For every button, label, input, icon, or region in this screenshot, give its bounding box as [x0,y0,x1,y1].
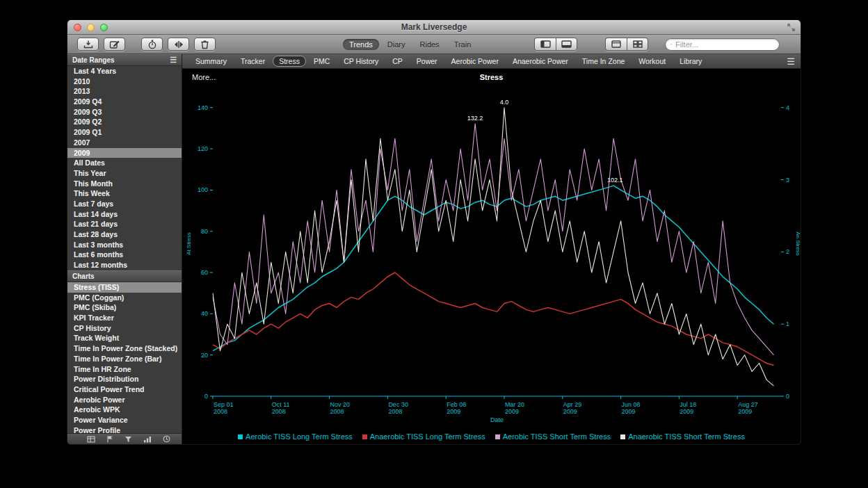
tab-power[interactable]: Power [410,56,444,67]
compose-icon [109,40,120,49]
chart-list-item-critical-power-trend[interactable]: Critical Power Trend [67,384,182,395]
filter-input[interactable] [675,40,774,49]
date-range-item-this-month[interactable]: This Month [67,179,182,189]
chart-list-item-aerobic-power[interactable]: Aerobic Power [67,395,182,405]
chart-list-item-pmc-skiba[interactable]: PMC (Skiba) [67,302,182,313]
legend-label: Aerobic TISS Long Term Stress [246,432,353,441]
svg-text:2008: 2008 [272,408,286,415]
chart-list-item-time-in-power-zone-bar[interactable]: Time In Power Zone (Bar) [67,354,182,364]
chart-list-item-aerobic-wpk[interactable]: Aerobic WPK [67,405,182,415]
view-tab-trends[interactable]: Trends [343,39,379,50]
toggle-lowbar-button[interactable] [556,38,577,51]
chart-list-item-time-in-power-zone-stacked[interactable]: Time In Power Zone (Stacked) [67,343,182,354]
funnel-icon[interactable] [124,436,132,443]
view-tab-rides[interactable]: Rides [414,39,446,50]
chart-list-item-cp-history[interactable]: CP History [67,323,182,334]
charts-header-label: Charts [72,273,95,280]
toggle-sidebar-button[interactable] [534,38,556,51]
chart-tab-bar: SummaryTrackerStressPMCCP HistoryCPPower… [182,54,801,69]
date-range-item-last-14-days[interactable]: Last 14 days [67,209,182,220]
tiled-view-button[interactable] [627,38,648,51]
date-range-item-all-dates[interactable]: All Dates [67,158,182,168]
traffic-lights [74,24,108,31]
svg-text:4: 4 [786,104,789,111]
tab-aerobic-power[interactable]: Aerobic Power [445,56,505,67]
date-range-item-this-week[interactable]: This Week [67,188,182,199]
chart-list-item-pmc-coggan[interactable]: PMC (Coggan) [67,293,182,303]
chart-list-item-power-variance[interactable]: Power Variance [67,415,182,425]
app-window: Mark Liversedge [67,19,801,445]
stress-chart: Sep 012008Oct 112008Nov 202008Dec 302008… [182,84,801,428]
svg-text:0: 0 [786,393,789,400]
tab-cp-history[interactable]: CP History [337,56,385,67]
tab-pmc[interactable]: PMC [307,56,336,67]
svg-text:2009: 2009 [738,408,752,415]
date-range-item-2010[interactable]: 2010 [67,76,182,87]
date-range-item-2009-q4[interactable]: 2009 Q4 [67,97,182,107]
intervals-button[interactable] [168,38,189,51]
main-toolbar: TrendsDiaryRidesTrain [67,35,801,54]
download-icon [83,40,94,49]
table-icon[interactable] [87,436,95,443]
svg-text:0: 0 [204,393,208,400]
tab-anaerobic-power[interactable]: Anaerobic Power [506,56,574,67]
date-range-item-last-28-days[interactable]: Last 28 days [67,229,182,240]
tab-cp[interactable]: CP [386,56,409,67]
date-range-item-last-12-months[interactable]: Last 12 months [67,260,182,270]
chart-list-item-power-distribution[interactable]: Power Distribution [67,374,182,384]
tab-stress[interactable]: Stress [273,56,306,67]
sidebar: Date Ranges ☰ Last 4 Years201020132009 Q… [67,54,182,444]
title-bar[interactable]: Mark Liversedge [67,20,801,35]
chart-title: Stress [182,73,801,81]
legend-swatch [238,434,243,439]
fullscreen-icon[interactable] [787,24,795,31]
date-range-item-this-year[interactable]: This Year [67,168,182,179]
zoom-button[interactable] [100,24,108,31]
chart-list-item-stress-tiss[interactable]: Stress (TISS) [67,282,182,293]
tab-library[interactable]: Library [673,56,708,67]
chart-list-item-track-weight[interactable]: Track Weight [67,333,182,343]
delete-button[interactable] [194,38,216,51]
view-tab-train[interactable]: Train [448,39,478,50]
sidebar-left-icon [540,40,551,48]
minimize-button[interactable] [87,24,95,31]
date-ranges-header[interactable]: Date Ranges ☰ [67,54,182,66]
date-range-item-2009-q3[interactable]: 2009 Q3 [67,107,182,117]
tabbed-view-icon [611,40,621,48]
date-range-item-2007[interactable]: 2007 [67,138,182,148]
date-range-item-2009-q1[interactable]: 2009 Q1 [67,127,182,138]
svg-text:4.0: 4.0 [500,99,509,106]
date-ranges-menu-icon[interactable]: ☰ [170,56,177,65]
svg-text:102.1: 102.1 [607,177,623,184]
bar-chart-icon[interactable] [143,436,152,443]
compose-button[interactable] [104,38,125,51]
date-range-item-last-7-days[interactable]: Last 7 days [67,199,182,209]
tabbed-view-button[interactable] [605,38,627,51]
svg-text:100: 100 [198,186,208,193]
tiled-view-icon [633,40,643,48]
close-button[interactable] [74,24,81,31]
stopwatch-button[interactable] [141,38,163,51]
date-range-item-last-4-years[interactable]: Last 4 Years [67,66,182,76]
tab-summary[interactable]: Summary [189,56,233,67]
date-range-item-2013[interactable]: 2013 [67,86,182,97]
tab-workout[interactable]: Workout [632,56,672,67]
flag-icon[interactable] [106,435,113,443]
chart-list-item-kpi-tracker[interactable]: KPI Tracker [67,313,182,323]
tab-tracker[interactable]: Tracker [234,56,271,67]
view-tab-diary[interactable]: Diary [381,39,412,50]
date-range-item-last-21-days[interactable]: Last 21 days [67,219,182,229]
tab-time-in-zone[interactable]: Time In Zone [576,56,631,67]
download-button[interactable] [77,38,99,51]
svg-text:Oct 11: Oct 11 [272,401,290,408]
date-range-item-2009-q2[interactable]: 2009 Q2 [67,117,182,127]
chart-list-item-time-in-hr-zone[interactable]: Time In HR Zone [67,364,182,375]
legend-swatch [620,434,625,439]
date-range-item-last-3-months[interactable]: Last 3 months [67,240,182,250]
date-range-item-2009[interactable]: 2009 [67,148,182,158]
tabbar-menu-icon[interactable]: ☰ [787,56,795,67]
filter-field[interactable] [665,38,780,51]
date-range-item-last-6-months[interactable]: Last 6 months [67,250,182,260]
charts-header[interactable]: Charts [67,270,182,282]
clock-icon[interactable] [163,435,170,443]
